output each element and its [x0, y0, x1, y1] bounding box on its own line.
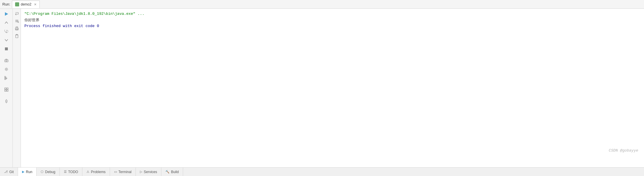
- terminal-icon: ▭: [114, 170, 117, 174]
- soft-wrap-icon[interactable]: [14, 10, 20, 17]
- close-tab-button[interactable]: ✕: [34, 3, 37, 6]
- scroll-down-icon[interactable]: [2, 36, 11, 44]
- run-tab-bottom-label: Run: [26, 170, 32, 174]
- stop-icon[interactable]: [2, 45, 11, 53]
- svg-line-17: [18, 22, 19, 23]
- services-tab[interactable]: ▷ Services: [136, 168, 161, 176]
- svg-rect-11: [7, 90, 8, 91]
- services-tab-label: Services: [144, 170, 157, 174]
- svg-marker-0: [5, 12, 8, 16]
- terminal-tab[interactable]: ▭ Terminal: [110, 168, 136, 176]
- layout-icon[interactable]: [2, 86, 11, 94]
- problems-tab-label: Problems: [91, 170, 106, 174]
- svg-rect-19: [16, 27, 18, 28]
- filter-icon[interactable]: [14, 17, 20, 24]
- delete-icon[interactable]: [14, 33, 20, 40]
- output-area: "C:\Program Files\Java\jdk1.8.0_192\bin\…: [21, 9, 644, 167]
- pin-icon[interactable]: [2, 97, 11, 105]
- run-label: Run:: [2, 2, 10, 6]
- svg-point-21: [18, 29, 18, 29]
- build-icon: 🔨: [165, 170, 169, 174]
- output-line-1: "C:\Program Files\Java\jdk1.8.0_192\bin\…: [24, 11, 641, 17]
- svg-rect-8: [5, 88, 6, 89]
- run-icon[interactable]: [2, 10, 11, 18]
- svg-rect-22: [16, 35, 18, 38]
- wrench-icon[interactable]: [2, 27, 11, 35]
- inner-toolbar: [13, 9, 21, 167]
- build-tab-label: Build: [171, 170, 179, 174]
- run-tab-icon: [15, 2, 19, 6]
- bottom-tabbar: ⎇ Git ▶ Run ⬡ Debug ☰ TODO ⚠ Problems ▭ …: [0, 167, 644, 176]
- run-tab-header[interactable]: demo2 ✕: [12, 1, 40, 8]
- run-bottom-icon: ▶: [22, 170, 24, 174]
- svg-rect-20: [16, 29, 18, 30]
- build-tab[interactable]: 🔨 Build: [161, 168, 183, 176]
- svg-rect-9: [7, 88, 8, 89]
- debug-tab-label: Debug: [45, 170, 55, 174]
- svg-rect-2: [5, 47, 8, 50]
- todo-icon: ☰: [64, 170, 67, 174]
- todo-tab[interactable]: ☰ TODO: [60, 168, 82, 176]
- debug-icon: ⬡: [41, 170, 44, 174]
- run-bar: Run: demo2 ✕: [0, 0, 644, 9]
- scroll-up-icon[interactable]: [2, 19, 11, 27]
- git-icon: ⎇: [4, 170, 8, 174]
- terminal-tab-label: Terminal: [118, 170, 131, 174]
- output-line-2: 你好世界: [24, 17, 641, 23]
- problems-tab[interactable]: ⚠ Problems: [82, 168, 110, 176]
- svg-point-5: [6, 69, 7, 70]
- main-area: "C:\Program Files\Java\jdk1.8.0_192\bin\…: [0, 9, 644, 167]
- services-icon: ▷: [140, 170, 142, 174]
- gear-icon[interactable]: [2, 65, 11, 73]
- run-tab-bottom[interactable]: ▶ Run: [18, 168, 37, 176]
- print-icon[interactable]: [14, 25, 20, 32]
- import-icon[interactable]: [2, 74, 11, 82]
- run-tab-name: demo2: [21, 2, 31, 6]
- watermark: CSDN @gobayye: [609, 148, 638, 153]
- problems-icon: ⚠: [86, 170, 89, 174]
- git-tab[interactable]: ⎇ Git: [0, 168, 18, 176]
- camera-icon[interactable]: [2, 56, 11, 65]
- debug-tab[interactable]: ⬡ Debug: [37, 168, 59, 176]
- left-sidebar: [0, 9, 13, 167]
- todo-tab-label: TODO: [68, 170, 78, 174]
- git-tab-label: Git: [9, 170, 14, 174]
- svg-rect-10: [5, 90, 6, 91]
- svg-point-4: [6, 60, 7, 62]
- output-line-3: Process finished with exit code 0: [24, 23, 641, 29]
